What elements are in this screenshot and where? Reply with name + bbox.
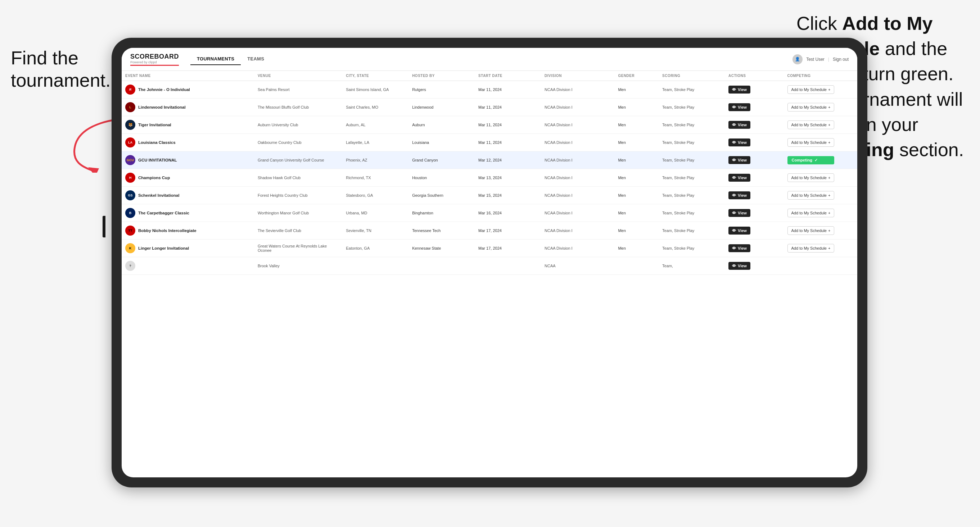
cell-event-name: H Champions Cup <box>122 169 254 187</box>
team-logo: B <box>125 208 135 218</box>
cell-actions: 👁 View <box>725 204 784 222</box>
table-row: H Champions Cup Shadow Hawk Golf ClubRic… <box>122 169 857 187</box>
eye-icon: 👁 <box>732 264 736 268</box>
view-button[interactable]: 👁 View <box>729 138 750 146</box>
checkmark-icon: ✓ <box>815 158 818 163</box>
team-logo: H <box>125 173 135 183</box>
logo-area: SCOREBOARD Powered by clippd <box>130 53 179 66</box>
cell-gender: Men <box>614 240 659 257</box>
plus-icon: + <box>828 123 830 127</box>
plus-icon: + <box>828 140 830 144</box>
add-to-schedule-button[interactable]: Add to My Schedule + <box>788 226 835 235</box>
cell-actions: 👁 View <box>725 151 784 169</box>
cell-venue: Auburn University Club <box>254 116 342 134</box>
view-button[interactable]: 👁 View <box>729 121 750 129</box>
plus-icon: + <box>828 211 830 215</box>
cell-competing: Add to My Schedule + <box>784 169 857 187</box>
event-name-text: Champions Cup <box>138 176 170 180</box>
cell-gender: Men <box>614 98 659 116</box>
add-to-schedule-button[interactable]: Add to My Schedule + <box>788 191 835 200</box>
cell-venue: Forest Heights Country Club <box>254 187 342 204</box>
cell-competing: Add to My Schedule + <box>784 134 857 151</box>
user-name: Test User <box>806 57 824 62</box>
table-row: GS Schenkel Invitational Forest Heights … <box>122 187 857 204</box>
cell-scoring: Team, Stroke Play <box>659 98 725 116</box>
cell-city: Richmond, TX <box>342 169 409 187</box>
table-row: 🐯 Tiger Invitational Auburn University C… <box>122 116 857 134</box>
add-to-schedule-button[interactable]: Add to My Schedule + <box>788 138 835 147</box>
table-row: L Lindenwood Invitational The Missouri B… <box>122 98 857 116</box>
table-row: TT Bobby Nichols Intercollegiate The Sev… <box>122 222 857 240</box>
col-event-name: EVENT NAME <box>122 71 254 81</box>
team-logo: GS <box>125 190 135 200</box>
cell-venue: Grand Canyon University Golf Course <box>254 151 342 169</box>
cell-date: Mar 11, 2024 <box>475 116 541 134</box>
col-scoring: SCORING <box>659 71 725 81</box>
team-logo: LA <box>125 137 135 148</box>
logo-underline <box>130 65 179 66</box>
cell-venue: The Sevierville Golf Club <box>254 222 342 240</box>
cell-hosted: Georgia Southern <box>409 187 475 204</box>
cell-scoring: Team, Stroke Play <box>659 187 725 204</box>
add-to-schedule-button[interactable]: Add to My Schedule + <box>788 103 835 111</box>
user-area: 👤 Test User | Sign out <box>792 54 849 64</box>
add-to-schedule-button[interactable]: Add to My Schedule + <box>788 244 835 252</box>
cell-actions: 👁 View <box>725 169 784 187</box>
view-button[interactable]: 👁 View <box>729 174 750 182</box>
col-city-state: CITY, STATE <box>342 71 409 81</box>
plus-icon: + <box>828 105 830 110</box>
cell-competing: Add to My Schedule + <box>784 116 857 134</box>
cell-gender: Men <box>614 169 659 187</box>
annotation-left: Find the tournament. <box>11 47 111 92</box>
cell-scoring: Team, Stroke Play <box>659 116 725 134</box>
col-start-date: START DATE <box>475 71 541 81</box>
tablet-side-button <box>103 216 105 237</box>
cell-event-name: TT Bobby Nichols Intercollegiate <box>122 222 254 240</box>
eye-icon: 👁 <box>732 87 736 92</box>
view-button[interactable]: 👁 View <box>729 262 750 270</box>
col-division: DIVISION <box>541 71 614 81</box>
cell-event-name: B The Carpetbagger Classic <box>122 204 254 222</box>
add-to-schedule-button[interactable]: Add to My Schedule + <box>788 209 835 217</box>
view-button[interactable]: 👁 View <box>729 244 750 252</box>
cell-city: Eatonton, GA <box>342 240 409 257</box>
view-button[interactable]: 👁 View <box>729 156 750 164</box>
cell-event-name: R The Johnnie - O Individual <box>122 81 254 98</box>
cell-actions: 👁 View <box>725 257 784 275</box>
cell-competing: Add to My Schedule + <box>784 81 857 98</box>
eye-icon: 👁 <box>732 123 736 127</box>
user-avatar: 👤 <box>792 54 803 64</box>
cell-hosted: Rutgers <box>409 81 475 98</box>
add-to-schedule-button[interactable]: Add to My Schedule + <box>788 121 835 129</box>
cell-division: NCAA Division I <box>541 222 614 240</box>
tab-tournaments[interactable]: TOURNAMENTS <box>190 53 241 65</box>
view-button[interactable]: 👁 View <box>729 227 750 235</box>
view-button[interactable]: 👁 View <box>729 86 750 94</box>
col-gender: GENDER <box>614 71 659 81</box>
cell-scoring: Team, <box>659 257 725 275</box>
cell-competing: Competing ✓ <box>784 151 857 169</box>
view-button[interactable]: 👁 View <box>729 103 750 111</box>
add-to-schedule-button[interactable]: Add to My Schedule + <box>788 173 835 182</box>
eye-icon: 👁 <box>732 176 736 180</box>
tournaments-table: EVENT NAME VENUE CITY, STATE HOSTED BY S… <box>122 71 857 275</box>
add-to-schedule-button[interactable]: Add to My Schedule + <box>788 85 835 94</box>
view-button[interactable]: 👁 View <box>729 191 750 199</box>
tab-teams[interactable]: TEAMS <box>241 53 270 65</box>
plus-icon: + <box>828 176 830 180</box>
cell-division: NCAA Division I <box>541 134 614 151</box>
competing-button[interactable]: Competing ✓ <box>788 156 834 164</box>
cell-scoring: Team, Stroke Play <box>659 169 725 187</box>
team-logo: L <box>125 102 135 112</box>
sign-out-link[interactable]: Sign out <box>833 57 849 62</box>
cell-venue: The Missouri Bluffs Golf Club <box>254 98 342 116</box>
team-logo: R <box>125 84 135 95</box>
view-button[interactable]: 👁 View <box>729 209 750 217</box>
cell-competing: Add to My Schedule + <box>784 204 857 222</box>
cell-venue: Brook Valley <box>254 257 342 275</box>
table-row: GCU GCU INVITATIONAL Grand Canyon Univer… <box>122 151 857 169</box>
cell-hosted: Lindenwood <box>409 98 475 116</box>
cell-city: Phoenix, AZ <box>342 151 409 169</box>
app-header: SCOREBOARD Powered by clippd TOURNAMENTS… <box>122 48 857 71</box>
cell-hosted <box>409 257 475 275</box>
